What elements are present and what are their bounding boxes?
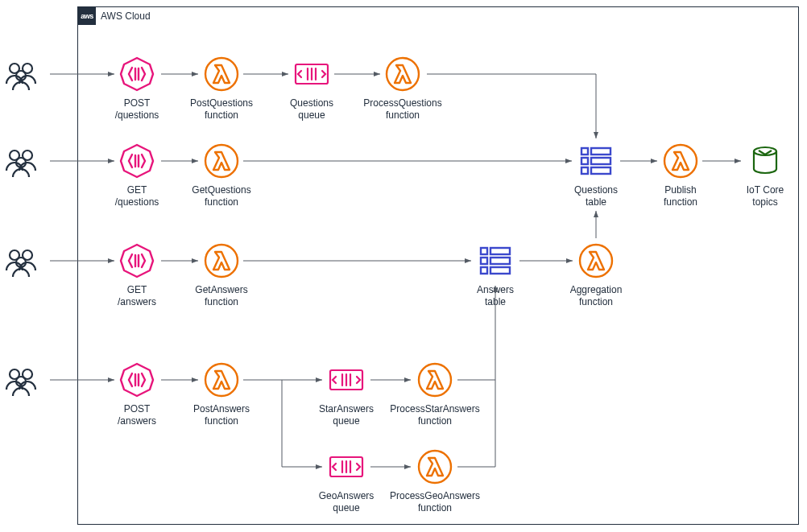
label: Answers [477, 284, 514, 295]
label: GetQuestions [192, 184, 250, 196]
label: function [205, 415, 238, 427]
api-get-answers: GET/answers [101, 243, 173, 308]
table-answers: Answerstable [459, 243, 532, 308]
users-group-2 [0, 143, 48, 181]
label: GET [127, 184, 147, 196]
label: StarAnswers [319, 403, 374, 414]
label: ProcessStarAnswers [390, 403, 479, 414]
users-icon [2, 243, 38, 278]
label: queue [333, 502, 359, 513]
users-icon [2, 56, 38, 92]
label: queue [298, 109, 325, 121]
lambda-icon [204, 362, 239, 398]
lambda-icon [204, 56, 239, 92]
label: function [205, 296, 238, 307]
label: Questions [290, 97, 333, 109]
label: topics [752, 196, 777, 208]
iot-core-icon [747, 143, 783, 179]
label: PostQuestions [190, 97, 253, 109]
label: /answers [118, 415, 156, 427]
queue-star-answers: StarAnswersqueue [310, 362, 383, 427]
sqs-icon [329, 449, 364, 485]
fn-process-geo-answers: ProcessGeoAnswersfunction [383, 449, 486, 514]
users-icon [2, 362, 38, 398]
label: PostAnswers [193, 403, 250, 414]
dynamodb-icon [578, 143, 614, 179]
label: function [664, 196, 697, 208]
lambda-icon [417, 362, 453, 398]
label: Publish [664, 184, 696, 196]
label: function [418, 502, 452, 513]
lambda-icon [663, 143, 698, 179]
aws-logo-text: aws [81, 12, 93, 20]
fn-process-questions: ProcessQuestionsfunction [354, 56, 451, 122]
label: function [205, 196, 238, 208]
label: /answers [118, 296, 156, 307]
lambda-icon [204, 143, 239, 179]
lambda-icon [417, 449, 453, 485]
dynamodb-icon [478, 243, 513, 278]
label: IoT Core [747, 184, 784, 196]
label: POST [124, 403, 151, 414]
sqs-icon [329, 362, 364, 398]
queue-geo-answers: GeoAnswersqueue [310, 449, 383, 514]
lambda-icon [385, 56, 420, 92]
users-icon [2, 143, 38, 179]
iot-core-topics: IoT Coretopics [729, 143, 801, 208]
fn-post-answers: PostAnswersfunction [185, 362, 258, 427]
label: function [579, 296, 613, 307]
users-group-3 [0, 243, 48, 281]
fn-process-star-answers: ProcessStarAnswersfunction [383, 362, 486, 427]
fn-publish: Publishfunction [644, 143, 717, 208]
api-gateway-icon [119, 243, 155, 278]
label: /questions [115, 109, 159, 121]
api-gateway-icon [119, 143, 155, 179]
api-post-answers: POST/answers [101, 362, 173, 427]
label: ProcessGeoAnswers [390, 490, 480, 501]
api-gateway-icon [119, 56, 155, 92]
users-group-4 [0, 362, 48, 400]
label: /questions [115, 196, 159, 208]
users-group-1 [0, 56, 48, 94]
label: GeoAnswers [319, 490, 375, 501]
queue-questions: Questionsqueue [275, 56, 348, 122]
fn-aggregation: Aggregationfunction [560, 243, 632, 308]
label: table [485, 296, 506, 307]
aws-cloud-tag: aws AWS Cloud [78, 7, 151, 25]
aws-logo-icon: aws [78, 7, 96, 25]
label: function [205, 109, 238, 121]
lambda-icon [204, 243, 239, 278]
label: POST [124, 97, 151, 109]
label: table [586, 196, 606, 208]
api-post-questions: POST/questions [101, 56, 173, 122]
fn-post-questions: PostQuestionsfunction [185, 56, 258, 122]
label: ProcessQuestions [363, 97, 441, 109]
api-gateway-icon [119, 362, 155, 398]
fn-get-questions: GetQuestionsfunction [185, 143, 258, 208]
label: GetAnswers [195, 284, 247, 295]
aws-cloud-label: AWS Cloud [96, 10, 151, 22]
label: queue [333, 415, 359, 427]
api-get-questions: GET/questions [101, 143, 173, 208]
label: function [386, 109, 420, 121]
lambda-icon [578, 243, 614, 278]
fn-get-answers: GetAnswersfunction [185, 243, 258, 308]
sqs-icon [294, 56, 329, 92]
label: Aggregation [570, 284, 623, 295]
table-questions: Questionstable [560, 143, 632, 208]
label: Questions [574, 184, 618, 196]
label: function [418, 415, 452, 427]
label: GET [127, 284, 147, 295]
